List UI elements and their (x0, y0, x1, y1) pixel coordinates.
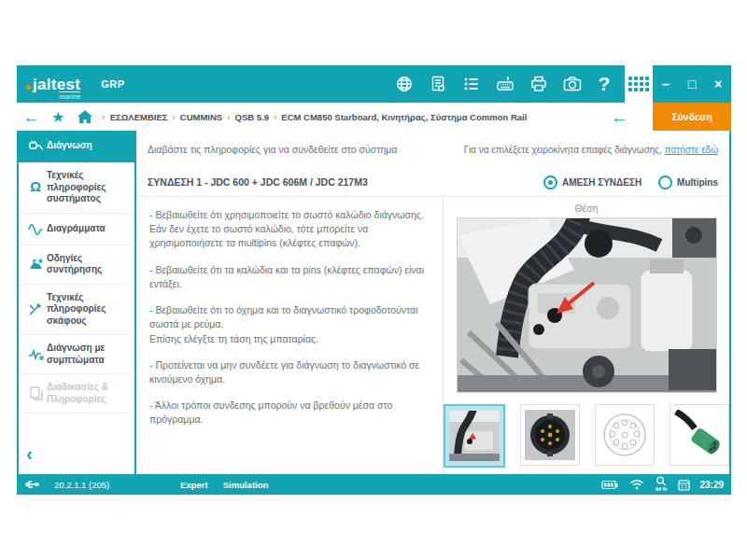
sidebar-item-label: Τεχνικές πληροφορίες συστήματος (47, 170, 129, 205)
waveform-icon (24, 221, 47, 237)
help-icon[interactable]: ? (589, 73, 619, 95)
instruction-line: - Βεβαιωθείτε ότι χρησιμοποιείτε το σωστ… (149, 208, 430, 222)
zoom-level-indicator[interactable]: 94 % (655, 476, 668, 493)
close-button[interactable]: × (709, 77, 727, 91)
info-row: Διαβάστε τις πληροφορίες για να συνδεθεί… (136, 131, 729, 168)
sidebar-item-maintenance[interactable]: Οδηγίες συντήρησης (19, 245, 134, 285)
manual-contacts-hint: Για να επιλέξετε χειροκίνητα επαφές διάγ… (464, 145, 718, 155)
breadcrumb-bar: ← ★ › ΕΣΩΛΕΜΒΙΕΣ › CUMMINS › QSB 5.9 › E… (17, 103, 731, 131)
omega-icon: Ω (24, 178, 47, 196)
sidebar-item-symptom-diagnosis[interactable]: Διάγνωση με συμπτώματα (19, 335, 134, 374)
middle-section: Διάγνωση Ω Τεχνικές πληροφορίες συστήματ… (17, 131, 731, 474)
sidebar: Διάγνωση Ω Τεχνικές πληροφορίες συστήματ… (19, 131, 136, 474)
thumbnail-engine-photo[interactable] (444, 404, 505, 468)
apps-grid-icon[interactable] (628, 77, 649, 91)
sidebar-item-label: Διάγνωση με συμπτώματα (47, 343, 129, 366)
connect-button[interactable]: Σύνδεση (653, 103, 731, 131)
sidebar-item-vessel-info[interactable]: Τεχνικές πληροφορίες σκάφους (19, 285, 134, 336)
battery-icon (601, 480, 618, 490)
mode-expert: Expert (180, 480, 208, 490)
globe-icon[interactable] (388, 65, 421, 103)
press-here-link[interactable]: πατήστε εδώ (665, 145, 718, 155)
camera-icon[interactable] (556, 65, 589, 103)
content-area: - Βεβαιωθείτε ότι χρησιμοποιείτε το σωστ… (136, 197, 729, 474)
thumbnail-connector-pinout[interactable] (595, 404, 655, 466)
crumb-separator: › (227, 112, 230, 122)
minimize-button[interactable]: – (656, 77, 675, 91)
crumb-separator: › (172, 112, 175, 122)
radio-label: Multipins (677, 177, 718, 188)
report-icon[interactable] (421, 65, 455, 103)
radio-dot (543, 175, 557, 189)
crumb-separator: › (102, 112, 105, 122)
version-text: 20.2.1.1 (205) (54, 480, 109, 490)
zoom-level-text: 94 % (655, 487, 668, 493)
sidebar-item-diagrams[interactable]: Διαγράμματα (19, 214, 134, 245)
checklist-icon[interactable] (455, 65, 488, 103)
tools-icon (24, 301, 47, 317)
breadcrumb-item-category[interactable]: ΕΣΩΛΕΜΒΙΕΣ (110, 112, 168, 122)
main-panel: Διαβάστε τις πληροφορίες για να συνδεθεί… (136, 131, 729, 474)
breadcrumb: › ΕΣΩΛΕΜΒΙΕΣ › CUMMINS › QSB 5.9 › ECM C… (100, 112, 529, 122)
usb-icon (24, 479, 39, 490)
radio-label: ΑΜΕΣΗ ΣΥΝΔΕΣΗ (562, 177, 641, 188)
radio-multipins[interactable]: Multipins (658, 175, 718, 189)
logo-dot (26, 85, 31, 90)
mode-simulation: Simulation (223, 480, 269, 490)
panel-collapse-arrow-icon[interactable]: ← (611, 108, 628, 126)
radio-direct-connection[interactable]: ΑΜΕΣΗ ΣΥΝΔΕΣΗ (543, 175, 641, 189)
favorite-star-icon[interactable]: ★ (51, 108, 64, 126)
instruction-line: - Βεβαιωθείτε ότι τα καλώδια και τα pins… (149, 263, 430, 291)
wifi-icon (629, 479, 644, 490)
radio-dot (658, 175, 672, 189)
jaltest-logo: jaltest marine (26, 77, 80, 92)
instruction-line: - Άλλοι τρόποι συνδεσης μπορούν να βρεθο… (149, 399, 430, 427)
breadcrumb-item-model[interactable]: QSB 5.9 (235, 112, 269, 122)
logo-main-text: jaltest (33, 76, 80, 93)
thumbnail-strip (444, 404, 729, 468)
maximize-button[interactable]: □ (683, 77, 701, 91)
sidebar-item-label: Διάγνωση (47, 140, 92, 152)
connection-header-row: ΣΥΝΔΕΣΗ 1 - JDC 600 + JDC 606M / JDC 217… (136, 168, 729, 197)
symptoms-icon (24, 346, 47, 362)
apps-menu-segment (625, 65, 653, 103)
sidebar-item-label: Διαδικασίες & Πληροφορίες (47, 382, 129, 405)
app-window: jaltest marine GRP (17, 65, 731, 495)
instruction-line: Εάν δεν έχετε το σωστό καλώδιο, τότε μπο… (149, 222, 430, 250)
sidebar-item-label: Διαγράμματα (47, 223, 106, 235)
calendar-icon[interactable] (678, 479, 690, 491)
instruction-line: - Προτείνεται να μην συνδέετε για διάγνω… (149, 358, 430, 386)
sidebar-item-diagnosis[interactable]: Διάγνωση (19, 131, 134, 162)
thumbnail-green-connector[interactable] (669, 404, 729, 466)
hint-text: Για να επιλέξετε χειροκίνητα επαφές διάγ… (464, 145, 665, 155)
keyboard-icon[interactable] (488, 65, 522, 103)
diagnosis-icon (24, 138, 47, 154)
oil-can-icon (24, 257, 47, 273)
window-controls: – □ × (653, 65, 731, 103)
clock-time: 23:29 (699, 480, 724, 490)
crumb-separator: › (274, 112, 276, 122)
info-text: Διαβάστε τις πληροφορίες για να συνδεθεί… (148, 144, 397, 155)
grp-badge: GRP (101, 78, 124, 90)
thumbnail-diagnostic-socket[interactable] (520, 404, 580, 466)
logo-marine-text: marine (59, 91, 80, 101)
connection-title: ΣΥΝΔΕΣΗ 1 - JDC 600 + JDC 606M / JDC 217… (148, 176, 368, 188)
sidebar-item-system-info[interactable]: Ω Τεχνικές πληροφορίες συστήματος (19, 162, 134, 214)
sidebar-item-label: Οδηγίες συντήρησης (47, 253, 129, 276)
sidebar-collapse-chevron[interactable]: ‹ (19, 438, 134, 474)
home-icon[interactable] (77, 109, 93, 124)
sidebar-item-procedures: Διαδικασίες & Πληροφορίες (19, 374, 134, 413)
sidebar-item-label: Τεχνικές πληροφορίες σκάφους (47, 292, 129, 328)
breadcrumb-item-brand[interactable]: CUMMINS (180, 112, 222, 122)
printer-icon[interactable] (522, 65, 556, 103)
breadcrumb-item-system[interactable]: ECM CM850 Starboard, Κινητήρας, Σύστημα … (281, 112, 527, 122)
instruction-line: Επίσης ελέγξτε τη τάση της μπαταρίας. (149, 332, 430, 346)
back-arrow-icon[interactable]: ← (23, 109, 39, 125)
status-bar: 20.2.1.1 (205) Expert Simulation 94 % (17, 474, 731, 495)
instruction-line: - Βεβαιωθείτε ότι το όχημα και το διαγνω… (149, 303, 430, 331)
top-bar: jaltest marine GRP (17, 65, 731, 103)
engine-location-photo (457, 217, 717, 393)
instructions-text: - Βεβαιωθείτε ότι χρησιμοποιείτε το σωστ… (136, 197, 443, 474)
image-panel: Θέση (443, 197, 729, 474)
documents-icon (24, 385, 47, 401)
